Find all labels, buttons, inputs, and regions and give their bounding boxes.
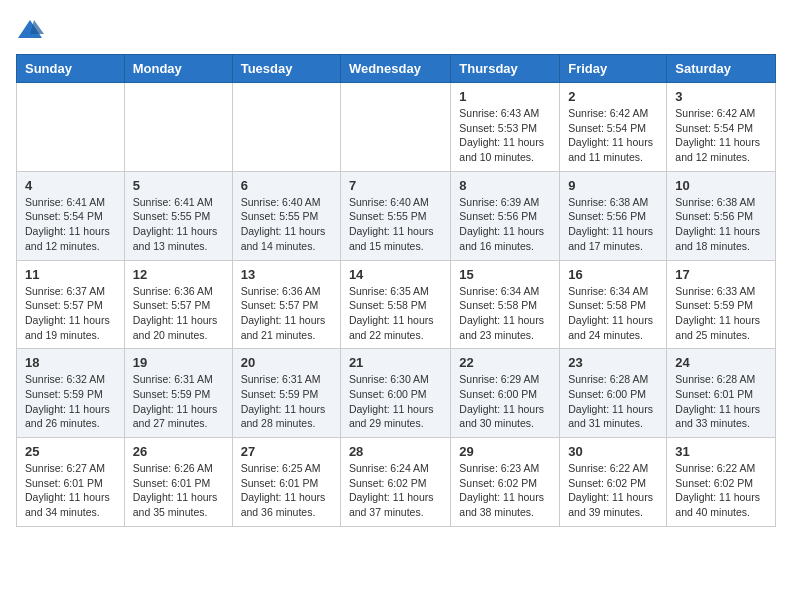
- day-number: 1: [459, 89, 551, 104]
- calendar-cell: 13Sunrise: 6:36 AM Sunset: 5:57 PM Dayli…: [232, 260, 340, 349]
- calendar-cell: 18Sunrise: 6:32 AM Sunset: 5:59 PM Dayli…: [17, 349, 125, 438]
- day-number: 30: [568, 444, 658, 459]
- day-number: 2: [568, 89, 658, 104]
- calendar-cell: 20Sunrise: 6:31 AM Sunset: 5:59 PM Dayli…: [232, 349, 340, 438]
- day-info: Sunrise: 6:38 AM Sunset: 5:56 PM Dayligh…: [568, 195, 658, 254]
- day-number: 24: [675, 355, 767, 370]
- calendar-cell: 4Sunrise: 6:41 AM Sunset: 5:54 PM Daylig…: [17, 171, 125, 260]
- day-info: Sunrise: 6:22 AM Sunset: 6:02 PM Dayligh…: [675, 461, 767, 520]
- calendar-cell: 14Sunrise: 6:35 AM Sunset: 5:58 PM Dayli…: [340, 260, 450, 349]
- calendar-table: SundayMondayTuesdayWednesdayThursdayFrid…: [16, 54, 776, 527]
- day-info: Sunrise: 6:35 AM Sunset: 5:58 PM Dayligh…: [349, 284, 442, 343]
- calendar-cell: 28Sunrise: 6:24 AM Sunset: 6:02 PM Dayli…: [340, 438, 450, 527]
- day-info: Sunrise: 6:28 AM Sunset: 6:01 PM Dayligh…: [675, 372, 767, 431]
- day-info: Sunrise: 6:43 AM Sunset: 5:53 PM Dayligh…: [459, 106, 551, 165]
- day-info: Sunrise: 6:42 AM Sunset: 5:54 PM Dayligh…: [568, 106, 658, 165]
- day-header-wednesday: Wednesday: [340, 55, 450, 83]
- day-info: Sunrise: 6:41 AM Sunset: 5:55 PM Dayligh…: [133, 195, 224, 254]
- calendar-cell: 26Sunrise: 6:26 AM Sunset: 6:01 PM Dayli…: [124, 438, 232, 527]
- calendar-week-row: 1Sunrise: 6:43 AM Sunset: 5:53 PM Daylig…: [17, 83, 776, 172]
- day-header-friday: Friday: [560, 55, 667, 83]
- day-number: 9: [568, 178, 658, 193]
- day-info: Sunrise: 6:41 AM Sunset: 5:54 PM Dayligh…: [25, 195, 116, 254]
- calendar-cell: 3Sunrise: 6:42 AM Sunset: 5:54 PM Daylig…: [667, 83, 776, 172]
- day-info: Sunrise: 6:25 AM Sunset: 6:01 PM Dayligh…: [241, 461, 332, 520]
- day-number: 27: [241, 444, 332, 459]
- day-number: 4: [25, 178, 116, 193]
- calendar-cell: 27Sunrise: 6:25 AM Sunset: 6:01 PM Dayli…: [232, 438, 340, 527]
- calendar-cell: 5Sunrise: 6:41 AM Sunset: 5:55 PM Daylig…: [124, 171, 232, 260]
- day-number: 5: [133, 178, 224, 193]
- calendar-cell: 15Sunrise: 6:34 AM Sunset: 5:58 PM Dayli…: [451, 260, 560, 349]
- day-header-tuesday: Tuesday: [232, 55, 340, 83]
- day-info: Sunrise: 6:28 AM Sunset: 6:00 PM Dayligh…: [568, 372, 658, 431]
- day-info: Sunrise: 6:32 AM Sunset: 5:59 PM Dayligh…: [25, 372, 116, 431]
- svg-marker-1: [30, 20, 44, 34]
- logo: [16, 16, 48, 44]
- calendar-cell: 7Sunrise: 6:40 AM Sunset: 5:55 PM Daylig…: [340, 171, 450, 260]
- calendar-cell: [232, 83, 340, 172]
- calendar-cell: 31Sunrise: 6:22 AM Sunset: 6:02 PM Dayli…: [667, 438, 776, 527]
- day-number: 29: [459, 444, 551, 459]
- calendar-cell: 22Sunrise: 6:29 AM Sunset: 6:00 PM Dayli…: [451, 349, 560, 438]
- page-header: [16, 16, 776, 44]
- calendar-cell: [340, 83, 450, 172]
- calendar-cell: 10Sunrise: 6:38 AM Sunset: 5:56 PM Dayli…: [667, 171, 776, 260]
- day-number: 11: [25, 267, 116, 282]
- day-info: Sunrise: 6:26 AM Sunset: 6:01 PM Dayligh…: [133, 461, 224, 520]
- day-info: Sunrise: 6:31 AM Sunset: 5:59 PM Dayligh…: [241, 372, 332, 431]
- day-header-monday: Monday: [124, 55, 232, 83]
- calendar-cell: [17, 83, 125, 172]
- day-number: 19: [133, 355, 224, 370]
- day-number: 28: [349, 444, 442, 459]
- calendar-week-row: 11Sunrise: 6:37 AM Sunset: 5:57 PM Dayli…: [17, 260, 776, 349]
- calendar-week-row: 18Sunrise: 6:32 AM Sunset: 5:59 PM Dayli…: [17, 349, 776, 438]
- day-number: 23: [568, 355, 658, 370]
- calendar-cell: 12Sunrise: 6:36 AM Sunset: 5:57 PM Dayli…: [124, 260, 232, 349]
- calendar-cell: 9Sunrise: 6:38 AM Sunset: 5:56 PM Daylig…: [560, 171, 667, 260]
- day-info: Sunrise: 6:38 AM Sunset: 5:56 PM Dayligh…: [675, 195, 767, 254]
- day-number: 16: [568, 267, 658, 282]
- day-number: 26: [133, 444, 224, 459]
- day-number: 3: [675, 89, 767, 104]
- day-info: Sunrise: 6:33 AM Sunset: 5:59 PM Dayligh…: [675, 284, 767, 343]
- calendar-cell: 2Sunrise: 6:42 AM Sunset: 5:54 PM Daylig…: [560, 83, 667, 172]
- day-number: 8: [459, 178, 551, 193]
- calendar-cell: 8Sunrise: 6:39 AM Sunset: 5:56 PM Daylig…: [451, 171, 560, 260]
- day-info: Sunrise: 6:31 AM Sunset: 5:59 PM Dayligh…: [133, 372, 224, 431]
- calendar-cell: 1Sunrise: 6:43 AM Sunset: 5:53 PM Daylig…: [451, 83, 560, 172]
- day-number: 17: [675, 267, 767, 282]
- day-number: 25: [25, 444, 116, 459]
- calendar-header-row: SundayMondayTuesdayWednesdayThursdayFrid…: [17, 55, 776, 83]
- calendar-cell: 11Sunrise: 6:37 AM Sunset: 5:57 PM Dayli…: [17, 260, 125, 349]
- day-info: Sunrise: 6:42 AM Sunset: 5:54 PM Dayligh…: [675, 106, 767, 165]
- day-number: 14: [349, 267, 442, 282]
- day-info: Sunrise: 6:34 AM Sunset: 5:58 PM Dayligh…: [459, 284, 551, 343]
- day-number: 21: [349, 355, 442, 370]
- day-number: 31: [675, 444, 767, 459]
- logo-icon: [16, 16, 44, 44]
- calendar-cell: 30Sunrise: 6:22 AM Sunset: 6:02 PM Dayli…: [560, 438, 667, 527]
- day-info: Sunrise: 6:40 AM Sunset: 5:55 PM Dayligh…: [241, 195, 332, 254]
- day-info: Sunrise: 6:24 AM Sunset: 6:02 PM Dayligh…: [349, 461, 442, 520]
- calendar-cell: 6Sunrise: 6:40 AM Sunset: 5:55 PM Daylig…: [232, 171, 340, 260]
- day-header-saturday: Saturday: [667, 55, 776, 83]
- day-number: 18: [25, 355, 116, 370]
- day-number: 20: [241, 355, 332, 370]
- day-info: Sunrise: 6:22 AM Sunset: 6:02 PM Dayligh…: [568, 461, 658, 520]
- day-header-sunday: Sunday: [17, 55, 125, 83]
- day-number: 13: [241, 267, 332, 282]
- day-number: 12: [133, 267, 224, 282]
- calendar-cell: 19Sunrise: 6:31 AM Sunset: 5:59 PM Dayli…: [124, 349, 232, 438]
- calendar-week-row: 25Sunrise: 6:27 AM Sunset: 6:01 PM Dayli…: [17, 438, 776, 527]
- calendar-cell: 24Sunrise: 6:28 AM Sunset: 6:01 PM Dayli…: [667, 349, 776, 438]
- day-info: Sunrise: 6:34 AM Sunset: 5:58 PM Dayligh…: [568, 284, 658, 343]
- calendar-cell: 29Sunrise: 6:23 AM Sunset: 6:02 PM Dayli…: [451, 438, 560, 527]
- calendar-week-row: 4Sunrise: 6:41 AM Sunset: 5:54 PM Daylig…: [17, 171, 776, 260]
- calendar-cell: 25Sunrise: 6:27 AM Sunset: 6:01 PM Dayli…: [17, 438, 125, 527]
- day-info: Sunrise: 6:23 AM Sunset: 6:02 PM Dayligh…: [459, 461, 551, 520]
- calendar-cell: 23Sunrise: 6:28 AM Sunset: 6:00 PM Dayli…: [560, 349, 667, 438]
- day-info: Sunrise: 6:37 AM Sunset: 5:57 PM Dayligh…: [25, 284, 116, 343]
- calendar-cell: 17Sunrise: 6:33 AM Sunset: 5:59 PM Dayli…: [667, 260, 776, 349]
- day-number: 15: [459, 267, 551, 282]
